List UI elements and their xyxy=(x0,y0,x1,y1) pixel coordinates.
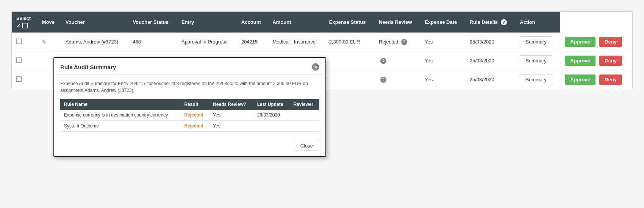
modal-result-header: Result xyxy=(181,99,209,110)
row3-amount-cell xyxy=(325,70,374,89)
row3-deny-button[interactable]: Deny xyxy=(599,75,622,85)
row2-needs-review-cell: Yes xyxy=(420,51,465,70)
modal-row2-result: Rejected xyxy=(181,121,209,132)
expense-status-header: Expense Status xyxy=(325,12,374,33)
voucher-header: Voucher xyxy=(61,12,128,33)
row2-select-cell xyxy=(12,51,38,70)
voucher-status-header: Voucher Status xyxy=(128,12,177,33)
row2-expense-date-cell: 25/03/2020 xyxy=(465,51,516,70)
modal-table-row: Expense currency is in destination count… xyxy=(60,110,319,121)
action-header: Action xyxy=(515,12,560,33)
modal-row1-reviewer xyxy=(289,110,319,121)
row2-action-cell: Approve Deny xyxy=(560,51,632,70)
row1-account-cell: Medical - Insurance xyxy=(268,33,324,51)
row1-expense-status-cell: Rejected ? xyxy=(374,33,420,51)
row3-select-cell xyxy=(12,70,38,89)
header-checkbox[interactable] xyxy=(22,23,28,28)
row1-expense-status-help-icon[interactable]: ? xyxy=(401,39,407,45)
row3-checkbox[interactable] xyxy=(16,76,22,82)
rule-details-help-icon[interactable]: ? xyxy=(501,19,507,25)
row3-action-cell: Approve Deny xyxy=(560,70,632,89)
row1-rule-details-cell: Summary xyxy=(515,33,560,51)
modal-description: Expense Audit Summary for Entry 204215, … xyxy=(60,80,319,94)
row2-amount-cell xyxy=(325,51,374,70)
row2-expense-status-help-icon[interactable]: ? xyxy=(380,58,386,64)
modal-reviewer-header: Reviewer xyxy=(289,99,319,110)
modal-row2-needs-review: Yes xyxy=(209,121,253,132)
row2-checkbox[interactable] xyxy=(16,57,22,63)
modal-row1-result: Rejected xyxy=(181,110,209,121)
row1-move-cell: Adams, Andrew (#3723) xyxy=(61,33,128,51)
modal-overlay: Rule Audit Summary ✕ Expense Audit Summa… xyxy=(53,57,326,157)
row1-edit-cell: ✎ xyxy=(38,33,61,51)
row2-expense-status-cell: ? xyxy=(374,51,420,70)
modal-footer: Close xyxy=(54,137,325,156)
expense-date-header: Expense Date xyxy=(420,12,465,33)
modal-title: Rule Audit Summary xyxy=(60,64,116,70)
row1-amount-cell: 2,300.00 EUR xyxy=(325,33,374,51)
row3-rule-details-cell: Summary xyxy=(515,70,560,89)
modal-row1-last-update: 26/03/2020 xyxy=(253,110,290,121)
modal-row1-rule-name: Expense currency is in destination count… xyxy=(60,110,181,121)
row2-approve-button[interactable]: Approve xyxy=(565,56,596,66)
row1-summary-button[interactable]: Summary xyxy=(520,36,552,47)
modal-needs-review-header: Needs Review? xyxy=(209,99,253,110)
row3-summary-button[interactable]: Summary xyxy=(520,74,552,85)
row2-summary-button[interactable]: Summary xyxy=(520,55,552,66)
table-row: ✎ Adams, Andrew (#3723) 468 Approval In … xyxy=(12,33,632,51)
row2-deny-button[interactable]: Deny xyxy=(599,56,622,66)
modal-header: Rule Audit Summary ✕ xyxy=(54,58,325,75)
row3-expense-status-help-icon[interactable]: ? xyxy=(380,77,386,83)
modal-close-button[interactable]: ✕ xyxy=(312,63,319,71)
modal-row1-needs-review: Yes xyxy=(209,110,253,121)
rule-details-header: Rule Details ? xyxy=(465,12,516,33)
rule-audit-modal: Rule Audit Summary ✕ Expense Audit Summa… xyxy=(53,57,326,157)
header-checkmark-icon: ✓ xyxy=(16,23,21,29)
needs-review-header: Needs Review xyxy=(374,12,420,33)
select-header: Select ✓ xyxy=(12,12,38,33)
row1-checkbox[interactable] xyxy=(16,39,22,44)
modal-table-row: System Outcome Rejected Yes xyxy=(60,121,319,132)
modal-close-footer-button[interactable]: Close xyxy=(294,141,319,151)
modal-body: Expense Audit Summary for Entry 204215, … xyxy=(54,75,325,137)
account-header: Account xyxy=(237,12,268,33)
row2-rule-details-cell: Summary xyxy=(515,51,560,70)
modal-row2-last-update xyxy=(253,121,290,132)
row1-select-cell xyxy=(12,33,38,51)
row1-expense-date-cell: 25/03/2020 xyxy=(465,33,516,51)
row1-approve-button[interactable]: Approve xyxy=(565,37,596,47)
modal-rule-name-header: Rule Name xyxy=(60,99,181,110)
modal-row2-reviewer xyxy=(289,121,319,132)
entry-header: Entry xyxy=(177,12,237,33)
main-table-wrapper: Select ✓ Move Voucher Voucher Status Ent… xyxy=(11,11,633,89)
amount-header: Amount xyxy=(268,12,324,33)
row1-voucher-cell: 468 xyxy=(128,33,177,51)
row1-voucher-status-cell: Approval In Progress xyxy=(177,33,237,51)
row1-needs-review-cell: Yes xyxy=(420,33,465,51)
row1-edit-icon[interactable]: ✎ xyxy=(42,39,47,45)
row3-needs-review-cell: Yes xyxy=(420,70,465,89)
row3-expense-status-cell: ? xyxy=(374,70,420,89)
row1-action-cell: Approve Deny xyxy=(560,33,632,51)
modal-row2-rule-name: System Outcome xyxy=(60,121,181,132)
modal-last-update-header: Last Update xyxy=(253,99,290,110)
row3-approve-button[interactable]: Approve xyxy=(565,75,596,85)
row1-entry-cell: 204215 xyxy=(237,33,268,51)
row3-expense-date-cell: 25/03/2020 xyxy=(465,70,516,89)
move-header: Move xyxy=(38,12,61,33)
row1-deny-button[interactable]: Deny xyxy=(599,37,622,47)
modal-audit-table: Rule Name Result Needs Review? Last Upda… xyxy=(60,99,319,132)
